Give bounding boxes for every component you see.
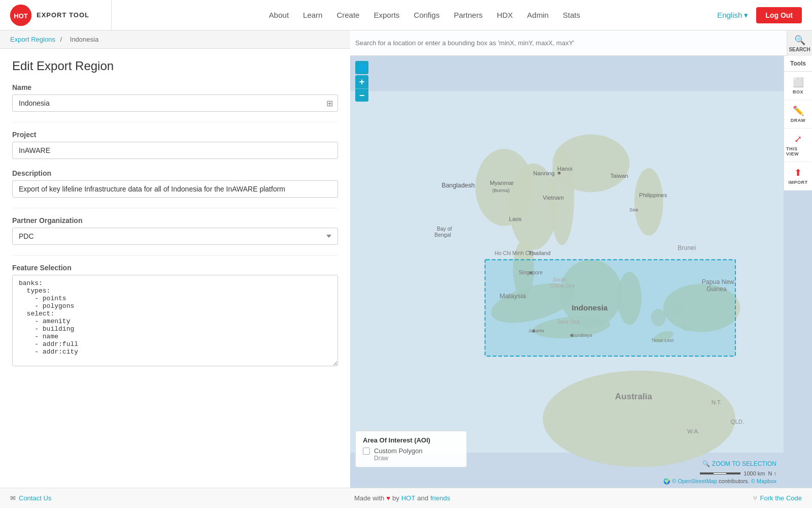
search-label: SEARCH xyxy=(789,47,810,52)
contact-us-link[interactable]: Contact Us xyxy=(19,494,51,502)
aoi-title: Area Of Interest (AOI) xyxy=(363,436,459,444)
nav-learn[interactable]: Learn xyxy=(303,11,322,19)
tools-header: Tools xyxy=(784,56,812,72)
svg-text:Nanning: Nanning xyxy=(533,170,555,176)
map-search-bar: 🔍 SEARCH xyxy=(350,30,812,56)
logo-icon: HOT xyxy=(10,5,31,26)
nav-about[interactable]: About xyxy=(269,11,289,19)
map-search-button[interactable]: 🔍 SEARCH xyxy=(787,30,812,56)
divider-2 xyxy=(12,208,338,208)
name-input[interactable] xyxy=(12,94,338,112)
partner-label: Partner Organization xyxy=(12,216,338,225)
feature-label: Feature Selection xyxy=(12,264,338,272)
tool-this-view[interactable]: ⤢ THIS VIEW xyxy=(784,129,812,162)
hot-link[interactable]: HOT xyxy=(401,494,415,502)
svg-text:Guinea: Guinea xyxy=(706,285,727,293)
svg-text:Myanmar: Myanmar xyxy=(490,180,514,186)
project-input[interactable] xyxy=(12,142,338,159)
aoi-checkbox[interactable] xyxy=(363,448,370,455)
map-search-input[interactable] xyxy=(355,39,787,47)
feature-textarea[interactable]: banks: types: - points - polygons select… xyxy=(12,275,338,366)
partner-select[interactable]: PDC HOT Other xyxy=(12,228,338,245)
svg-text:W.A.: W.A. xyxy=(687,428,699,434)
svg-text:Bangladesh: Bangladesh xyxy=(442,182,475,189)
svg-text:Timor Lest: Timor Lest xyxy=(651,337,674,343)
tool-import[interactable]: ⬆ IMPORT xyxy=(784,162,812,190)
nav-admin[interactable]: Admin xyxy=(527,11,549,19)
contributors-text: contributors. xyxy=(719,478,750,484)
svg-text:Taiwan: Taiwan xyxy=(610,173,628,179)
north-indicator: N ↑ xyxy=(768,470,777,477)
svg-text:HOT: HOT xyxy=(14,12,28,20)
made-with-text: Made with xyxy=(354,494,384,502)
main-nav: About Learn Create Exports Configs Partn… xyxy=(132,11,717,19)
description-input[interactable] xyxy=(12,180,338,198)
svg-text:Ho Chi Minh City: Ho Chi Minh City xyxy=(495,250,535,256)
zoom-in-button[interactable]: + xyxy=(355,75,368,88)
aoi-draw-label: Draw xyxy=(374,455,459,462)
project-label: Project xyxy=(12,131,338,139)
globe-icon: 🌐 xyxy=(358,64,366,72)
map-attribution: 🌍 © OpenStreetMap contributors. © Mapbox xyxy=(663,478,776,485)
heart-icon: ♥ xyxy=(386,494,390,502)
tool-box[interactable]: ⬜ BOX xyxy=(784,72,812,100)
box-label: BOX xyxy=(793,89,803,94)
aoi-panel: Area Of Interest (AOI) Custom Polygon Dr… xyxy=(355,431,467,467)
svg-point-7 xyxy=(634,168,663,236)
tool-draw[interactable]: ✏️ DRAW xyxy=(784,100,812,129)
scale-line xyxy=(700,472,740,474)
mapbox-link[interactable]: © Mapbox xyxy=(751,478,776,484)
svg-text:Malaysia: Malaysia xyxy=(499,292,526,300)
svg-text:Surabaya: Surabaya xyxy=(571,332,592,338)
this-view-label: THIS VIEW xyxy=(786,146,810,156)
envelope-icon: ✉ xyxy=(10,494,16,502)
fork-code-link[interactable]: Fork the Code xyxy=(760,494,802,502)
map-tools-panel: Tools ⬜ BOX ✏️ DRAW ⤢ THIS VIEW ⬆ IMPORT xyxy=(784,56,812,190)
breadcrumb-current: Indonesia xyxy=(70,36,98,43)
zoom-to-selection-button[interactable]: 🔍 ZOOM TO SELECTION xyxy=(702,460,776,467)
feature-field-group: Feature Selection banks: types: - points… xyxy=(12,264,338,368)
nav-stats[interactable]: Stats xyxy=(563,11,580,19)
search-icon: 🔍 xyxy=(794,35,805,46)
svg-text:Indonesia: Indonesia xyxy=(571,303,607,312)
hot-logo-svg: HOT xyxy=(10,5,31,26)
divider-1 xyxy=(12,122,338,122)
svg-text:China Sea: China Sea xyxy=(550,283,575,289)
map-container[interactable]: Myanmar (Burma) Laos Vietnam Thailand Ha… xyxy=(350,56,784,488)
logout-button[interactable]: Log Out xyxy=(756,7,802,23)
svg-text:Hanoi: Hanoi xyxy=(557,166,572,172)
svg-text:Jakarta: Jakarta xyxy=(528,328,545,333)
nav-hdx[interactable]: HDX xyxy=(497,11,513,19)
svg-text:QLD.: QLD. xyxy=(731,419,745,425)
nav-right: English ▾ Log Out xyxy=(717,7,802,23)
aoi-item-label: Custom Polygon xyxy=(374,447,422,455)
zoom-controls: + − xyxy=(355,75,368,102)
osm-link[interactable]: © OpenStreetMap xyxy=(672,478,717,484)
zoom-out-button[interactable]: − xyxy=(355,88,368,102)
left-panel: Export Regions / Indonesia Edit Export R… xyxy=(0,30,350,488)
osm-icon: 🌍 xyxy=(663,478,670,484)
logo-area: HOT EXPORT TOOL xyxy=(10,0,112,30)
nav-create[interactable]: Create xyxy=(336,11,359,19)
breadcrumb-parent[interactable]: Export Regions xyxy=(10,36,55,43)
footer-right: ⑂ Fork the Code xyxy=(753,494,802,502)
svg-text:Bay of: Bay of xyxy=(437,226,452,232)
nav-exports[interactable]: Exports xyxy=(374,11,399,19)
this-view-icon: ⤢ xyxy=(794,134,802,145)
globe-button[interactable]: 🌐 xyxy=(355,61,368,74)
language-selector[interactable]: English ▾ xyxy=(717,11,748,20)
form-area: Edit Export Region Name ⊞ Project Descri… xyxy=(0,49,350,388)
nav-configs[interactable]: Configs xyxy=(414,11,439,19)
friends-link[interactable]: friends xyxy=(430,494,450,502)
nav-partners[interactable]: Partners xyxy=(454,11,483,19)
box-icon: ⬜ xyxy=(793,77,804,88)
svg-point-52 xyxy=(532,330,535,333)
aoi-item: Custom Polygon xyxy=(363,447,459,455)
svg-text:Philippines: Philippines xyxy=(639,192,667,198)
and-text: and xyxy=(417,494,428,502)
draw-label: DRAW xyxy=(791,118,806,123)
svg-point-6 xyxy=(553,135,630,193)
header: HOT EXPORT TOOL About Learn Create Expor… xyxy=(0,0,812,30)
svg-text:Bengal: Bengal xyxy=(434,232,451,238)
logo-text: EXPORT TOOL xyxy=(37,11,89,19)
